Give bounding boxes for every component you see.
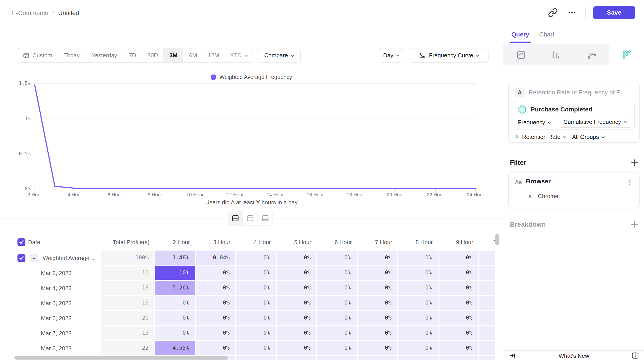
range-yesterday[interactable]: Yesterday [86, 48, 124, 62]
column-header-total[interactable]: Total Profile(s) [101, 239, 155, 246]
cell-total[interactable]: 10 [101, 266, 155, 280]
table-row[interactable]: Mar 7, 2023150%0%0%0%0%0%0%0% [0, 326, 495, 341]
cell-value[interactable]: 0% [236, 311, 277, 326]
cell-value[interactable]: 0% [317, 280, 358, 296]
cell-value[interactable]: 0% [358, 296, 398, 311]
cell-value[interactable]: 0% [398, 326, 438, 341]
filter-value[interactable]: Chrome [538, 193, 558, 200]
frequency-dropdown[interactable]: Frequency [518, 119, 550, 126]
cell-value[interactable]: 0% [155, 311, 196, 326]
add-filter-button[interactable] [631, 159, 638, 166]
cell-value[interactable] [479, 311, 495, 326]
tab-query[interactable]: Query [511, 31, 529, 38]
range-custom[interactable]: Custom [17, 48, 58, 62]
table-vertical-scrollbar[interactable] [496, 234, 499, 245]
column-header[interactable]: 6 Hour [317, 239, 358, 246]
layout-chart-only-button[interactable] [243, 212, 258, 225]
legend-item[interactable]: Weighted Average Frequency [0, 74, 503, 80]
cell-value[interactable] [479, 326, 495, 341]
range-3m-selected[interactable]: 3M [164, 48, 183, 62]
cell-value[interactable]: 0% [398, 250, 438, 266]
column-header[interactable]: 7 Hour [358, 239, 398, 246]
chart-type-bars[interactable] [538, 44, 574, 66]
table-row[interactable]: Mar 5, 2023160%0%0%0%0%0%0%0% [0, 296, 495, 311]
cell-value[interactable]: 0% [196, 326, 236, 341]
cell-value[interactable]: 5.26% [155, 280, 196, 296]
report-title[interactable]: Untitled [58, 10, 79, 16]
cell-total[interactable]: 16 [101, 296, 155, 311]
column-header[interactable]: 8 Hour [398, 239, 438, 246]
chart-type-insights[interactable] [503, 44, 538, 66]
chart-type-flow[interactable] [574, 44, 609, 66]
cell-value[interactable] [479, 250, 495, 266]
cell-value[interactable]: 0% [277, 311, 317, 326]
table-row[interactable]: Weighted Average ...100%1.48%0.04%0%0%0%… [0, 250, 495, 266]
filter-menu-button[interactable] [626, 178, 634, 187]
range-7d[interactable]: 7D [124, 48, 142, 62]
cell-value[interactable]: 0% [438, 250, 479, 266]
cell-value[interactable]: 0% [277, 266, 317, 280]
cell-value[interactable]: 0% [438, 266, 479, 280]
cell-total[interactable]: 15 [101, 326, 155, 341]
cell-value[interactable]: 0% [196, 280, 236, 296]
metric-dropdown[interactable]: Retention Rate [522, 134, 565, 140]
save-button[interactable]: Save [593, 6, 635, 19]
cell-value[interactable]: 0% [317, 341, 358, 356]
cell-value[interactable]: 0% [236, 296, 277, 311]
more-options-button[interactable] [566, 7, 578, 18]
groups-dropdown[interactable]: All Groups [572, 134, 604, 140]
event-selector[interactable]: Purchase Completed [518, 105, 592, 114]
cell-value[interactable]: 0% [358, 250, 398, 266]
toggle-sidebar-button[interactable] [631, 352, 639, 360]
cell-value[interactable] [358, 356, 398, 360]
cell-value[interactable]: 0% [317, 250, 358, 266]
cell-value[interactable]: 0% [358, 266, 398, 280]
row-checkbox[interactable] [18, 254, 26, 262]
cell-value[interactable]: 10% [155, 266, 196, 280]
cell-value[interactable]: 0% [438, 326, 479, 341]
tab-chart[interactable]: Chart [539, 31, 554, 38]
cell-value[interactable]: 0% [277, 326, 317, 341]
cell-value[interactable]: 0% [277, 296, 317, 311]
filter-property[interactable]: Browser [526, 178, 551, 185]
collapse-panel-button[interactable] [509, 352, 516, 359]
cell-value[interactable]: 0% [358, 280, 398, 296]
cell-value[interactable]: 0% [277, 250, 317, 266]
cell-value[interactable]: 0% [236, 341, 277, 356]
select-all-checkbox[interactable] [18, 238, 26, 246]
layout-split-button[interactable] [228, 212, 243, 225]
cell-value[interactable] [277, 356, 317, 360]
cell-value[interactable]: 0% [438, 311, 479, 326]
range-12m[interactable]: 12M [203, 48, 224, 62]
layout-table-only-button[interactable] [258, 212, 272, 225]
cell-total[interactable]: 22 [101, 341, 155, 356]
cell-value[interactable]: 0% [196, 266, 236, 280]
cell-value[interactable]: 0% [277, 341, 317, 356]
column-header[interactable]: 3 Hour [196, 239, 236, 246]
chart-type-dropdown[interactable]: Frequency Curve [409, 48, 488, 62]
add-breakdown-button[interactable] [631, 221, 638, 228]
breadcrumb-project[interactable]: E-Commerce [12, 10, 48, 16]
cell-value[interactable]: 0% [358, 326, 398, 341]
cell-value[interactable]: 0% [196, 341, 236, 356]
cell-value[interactable]: 0% [438, 341, 479, 356]
range-6m[interactable]: 6M [183, 48, 203, 62]
cell-value[interactable]: 0% [317, 296, 358, 311]
table-row[interactable]: Mar 3, 20231010%0%0%0%0%0%0%0% [0, 266, 495, 280]
cell-value[interactable]: 0.04% [196, 250, 236, 266]
cell-value[interactable] [479, 296, 495, 311]
chart-type-frequency-active[interactable] [609, 44, 644, 66]
cell-value[interactable]: 4.55% [155, 341, 196, 356]
cell-value[interactable] [479, 341, 495, 356]
cell-value[interactable] [479, 356, 495, 360]
table-row[interactable]: Mar 8, 2023224.55%0%0%0%0%0%0%0% [0, 341, 495, 356]
column-header[interactable]: 9 Hour [438, 239, 479, 246]
cell-value[interactable]: 0% [196, 311, 236, 326]
column-header[interactable]: 4 Hour [236, 239, 277, 246]
cell-total[interactable]: 20 [101, 311, 155, 326]
cell-value[interactable]: 1.48% [155, 250, 196, 266]
cell-value[interactable]: 0% [317, 311, 358, 326]
cell-value[interactable] [438, 356, 479, 360]
cell-value[interactable]: 0% [155, 326, 196, 341]
cell-value[interactable]: 0% [358, 311, 398, 326]
